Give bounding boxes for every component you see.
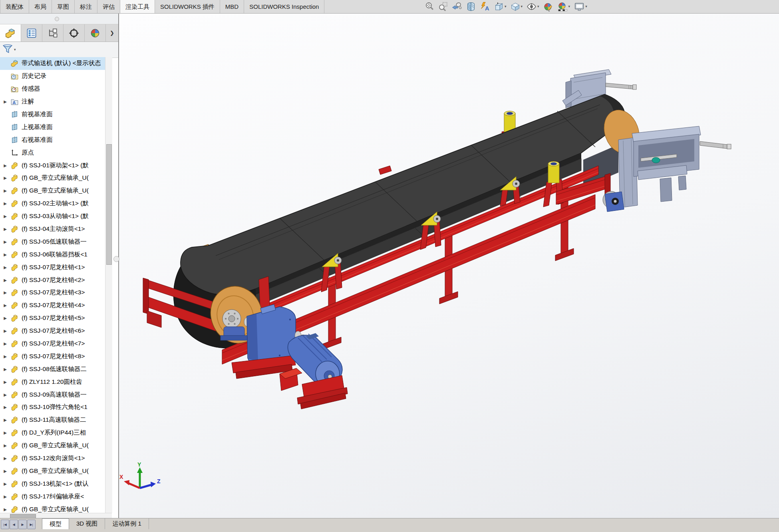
tree-item[interactable]: 历史记录	[0, 70, 105, 83]
filter-funnel-icon[interactable]	[2, 44, 13, 56]
tree-item[interactable]: 前视基准面	[0, 108, 105, 121]
view-orientation-icon[interactable]: ▾	[493, 1, 507, 12]
tree-item[interactable]: ▶(f) GB_带立式座轴承_U(	[0, 185, 105, 197]
expand-arrow-icon[interactable]: ▶	[0, 316, 10, 320]
tree-item[interactable]: ▶(f) SSJ-07尼龙柱销<6>	[0, 325, 105, 337]
expand-arrow-icon[interactable]: ▶	[0, 380, 10, 384]
tree-item[interactable]: ▶(f) SSJ-13机架<1> (默认	[0, 477, 105, 490]
ribbon-tab[interactable]: 渲染工具	[120, 0, 155, 13]
tree-item[interactable]: ▶(f) DJ_Y系列(IP44)三相	[0, 427, 105, 439]
drive-motor[interactable]	[280, 333, 348, 409]
ribbon-tab[interactable]: 标注	[75, 0, 97, 13]
tree-horizontal-scrollbar[interactable]	[0, 513, 112, 518]
tab-property-manager[interactable]	[21, 24, 42, 42]
edit-appearance-icon[interactable]	[543, 1, 554, 12]
panel-collapse-handle[interactable]	[113, 256, 119, 262]
hide-show-items-icon[interactable]: ▾	[526, 1, 540, 12]
view-settings-icon[interactable]: ▾	[573, 1, 588, 12]
first-view-icon[interactable]: |◀	[1, 520, 9, 529]
expand-arrow-icon[interactable]: ▶	[0, 393, 10, 397]
panel-tab-overflow-chevron[interactable]: ❯	[106, 24, 118, 42]
next-view-icon[interactable]: ▶	[18, 520, 27, 529]
expand-arrow-icon[interactable]: ▶	[0, 227, 10, 231]
expand-arrow-icon[interactable]: ▶	[0, 341, 10, 346]
apply-scene-icon[interactable]: ▾	[557, 1, 571, 12]
ribbon-tab[interactable]: 评估	[97, 0, 120, 13]
tree-item[interactable]: ▶(f) SSJ-11高速联轴器二	[0, 414, 105, 427]
annotation-views-icon[interactable]: A	[479, 1, 491, 12]
scrollbar-thumb[interactable]	[106, 144, 112, 265]
expand-arrow-icon[interactable]: ▶	[0, 469, 10, 473]
chevron-down-icon[interactable]: ▾	[14, 48, 16, 52]
expand-arrow-icon[interactable]: ▶	[0, 189, 10, 193]
expand-arrow-icon[interactable]: ▶	[0, 214, 10, 218]
last-view-icon[interactable]: ▶|	[27, 520, 36, 529]
tree-item[interactable]: ▶(f) SSJ-12改向滚筒<1>	[0, 452, 105, 465]
tab-display-manager[interactable]	[85, 24, 106, 42]
document-tab[interactable]: 模型	[42, 518, 69, 529]
tree-item[interactable]: ▶(f) SSJ-01驱动架<1> (默	[0, 159, 105, 172]
expand-arrow-icon[interactable]: ▶	[0, 303, 10, 308]
tree-vertical-scrollbar[interactable]	[105, 57, 112, 513]
pillow-block-bearing[interactable]	[221, 327, 248, 340]
far-side-idler-clip[interactable]	[379, 166, 391, 175]
tree-item[interactable]: ▶(f) SSJ-07尼龙柱销<7>	[0, 337, 105, 350]
tree-item[interactable]: ▶(f) GB_带立式座轴承_U(	[0, 172, 105, 185]
graphics-viewport[interactable]: X Y Z	[119, 13, 779, 518]
tree-item[interactable]: 上视基准面	[0, 121, 105, 133]
expand-arrow-icon[interactable]: ▶	[0, 240, 10, 244]
tree-item[interactable]: ▶(f) SSJ-17纠偏轴承座<	[0, 490, 105, 503]
expand-arrow-icon[interactable]: ▶	[0, 176, 10, 180]
tree-item[interactable]: ▶(f) SSJ-07尼龙柱销<3>	[0, 286, 105, 299]
tree-item[interactable]: ▶(f) GB_带立式座轴承_U(	[0, 465, 105, 478]
expand-arrow-icon[interactable]: ▶	[0, 265, 10, 270]
ribbon-tab[interactable]: SOLIDWORKS Inspection	[244, 0, 324, 13]
tree-item[interactable]: ▶(f) SSJ-07尼龙柱销<5>	[0, 312, 105, 325]
tree-item[interactable]: ▶(f) SSJ-07尼龙柱销<2>	[0, 274, 105, 286]
display-style-icon[interactable]: ▾	[510, 1, 523, 12]
tree-item[interactable]: ▶(f) SSJ-08低速联轴器二	[0, 363, 105, 375]
tree-item[interactable]: 传感器	[0, 83, 105, 95]
tab-featuremanager-tree[interactable]	[0, 24, 21, 42]
tree-item[interactable]: ▶(f) SSJ-09高速联轴器一	[0, 388, 105, 401]
expand-arrow-icon[interactable]: ▶	[0, 418, 10, 422]
expand-arrow-icon[interactable]: ▶	[0, 431, 10, 435]
tree-item[interactable]: ▶(f) GB_带立式座轴承_U(	[0, 503, 105, 513]
expand-arrow-icon[interactable]: ▶	[0, 201, 10, 206]
expand-arrow-icon[interactable]: ▶	[0, 456, 10, 461]
tree-item[interactable]: ▶(f) SSJ-03从动轴<1> (默	[0, 210, 105, 223]
expand-arrow-icon[interactable]: ▶	[0, 443, 10, 448]
ribbon-tab[interactable]: MBD	[220, 0, 244, 13]
expand-arrow-icon[interactable]: ▶	[0, 290, 10, 295]
expand-arrow-icon[interactable]: ▶	[0, 278, 10, 282]
tree-item[interactable]: ▶(f) SSJ-10弹性六角轮<1	[0, 401, 105, 414]
tree-item[interactable]: ▶(f) SSJ-04主动滚筒<1>	[0, 223, 105, 236]
expand-arrow-icon[interactable]: ▶	[0, 252, 10, 257]
tree-item[interactable]: 带式输送机 (默认) <显示状态	[0, 57, 105, 70]
tree-item[interactable]: ▶(f) SSJ-07尼龙柱销<1>	[0, 261, 105, 274]
tab-dimxpert-manager[interactable]	[64, 24, 85, 42]
zoom-to-fit-icon[interactable]	[424, 1, 435, 12]
panel-resize-grip[interactable]	[0, 13, 118, 24]
expand-arrow-icon[interactable]: ▶	[0, 354, 10, 359]
document-tab[interactable]: 3D 视图	[69, 518, 105, 529]
zoom-to-area-icon[interactable]	[438, 1, 449, 12]
expand-arrow-icon[interactable]: ▶	[0, 507, 10, 512]
tree-item[interactable]: 原点	[0, 146, 105, 159]
tree-item[interactable]: ▶(f) SSJ-07尼龙柱销<8>	[0, 350, 105, 363]
previous-view-icon[interactable]: ◀	[10, 520, 18, 529]
tab-configuration-manager[interactable]	[42, 24, 64, 42]
tree-item[interactable]: ▶(f) SSJ-07尼龙柱销<4>	[0, 299, 105, 312]
ribbon-tab[interactable]: SOLIDWORKS 插件	[155, 0, 220, 13]
expand-arrow-icon[interactable]: ▶	[0, 482, 10, 486]
expand-arrow-icon[interactable]: ▶	[0, 367, 10, 371]
tree-item[interactable]: ▶(f) SSJ-06联轴器挡板<1	[0, 248, 105, 261]
ribbon-tab[interactable]: 装配体	[0, 0, 29, 13]
expand-arrow-icon[interactable]: ▶	[0, 405, 10, 409]
tree-item[interactable]: ▶(f) GB_带立式座轴承_U(	[0, 439, 105, 452]
tree-item[interactable]: ▶(f) SSJ-05低速联轴器一	[0, 235, 105, 248]
tree-item[interactable]: ▶(f) SSJ-02主动轴<1> (默	[0, 197, 105, 210]
ribbon-tab[interactable]: 草图	[52, 0, 75, 13]
tree-item[interactable]: ▶A注解	[0, 95, 105, 108]
expand-arrow-icon[interactable]: ▶	[0, 494, 10, 499]
